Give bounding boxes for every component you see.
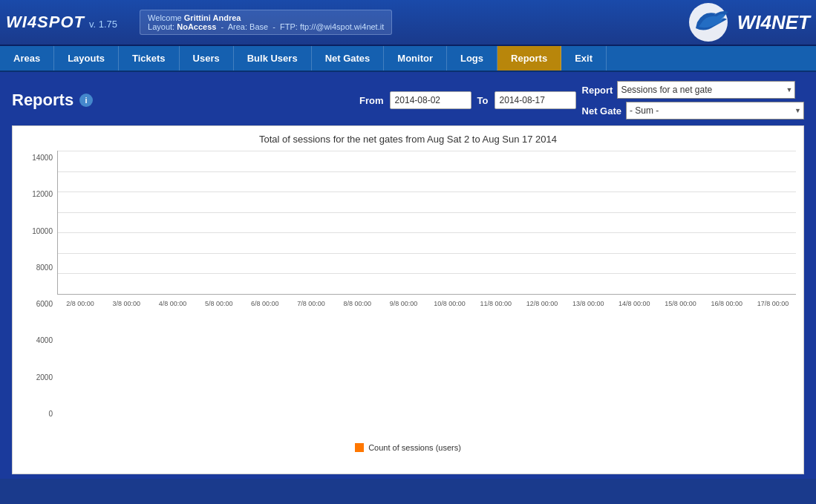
nav-item-areas[interactable]: Areas	[0, 46, 54, 71]
y-label: 14000	[32, 154, 53, 162]
legend-color-box	[355, 443, 364, 452]
report-select-wrapper: Sessions for a net gate	[617, 81, 795, 99]
x-label: 2/8 00:00	[57, 298, 103, 441]
page-title: Reports	[12, 91, 74, 110]
version-label: v. 1.75	[89, 19, 117, 30]
area-value: Base	[249, 22, 268, 31]
app-header: WI4SPOT v. 1.75 Welcome Grittini Andrea …	[0, 0, 816, 46]
nav-item-layouts[interactable]: Layouts	[54, 46, 119, 71]
main-content: Reports i From To Report Sessions for a …	[0, 72, 816, 479]
bars-area	[57, 151, 796, 295]
layout-value: NoAccess	[177, 22, 216, 31]
y-label: 2000	[36, 373, 53, 382]
user-name: Grittini Andrea	[184, 13, 241, 22]
area-label: Area:	[228, 22, 247, 31]
x-label: 5/8 00:00	[196, 298, 242, 441]
ftp-label: FTP:	[280, 22, 298, 31]
report-selectors: Report Sessions for a net gate Net Gate …	[582, 81, 804, 120]
report-type-row: Report Sessions for a net gate	[582, 81, 804, 99]
nav-item-tickets[interactable]: Tickets	[119, 46, 180, 71]
from-date-input[interactable]	[390, 91, 471, 109]
x-label: 8/8 00:00	[334, 298, 380, 441]
netgate-label: Net Gate	[582, 105, 621, 117]
netgate-row: Net Gate - Sum -	[582, 102, 804, 120]
wi4net-brand: WI4NET	[737, 11, 810, 34]
x-label: 15/8 00:00	[657, 298, 703, 441]
reports-toolbar: Reports i From To Report Sessions for a …	[7, 76, 809, 125]
chart-legend: Count of sessions (users)	[20, 443, 796, 452]
netgate-select-wrapper: - Sum -	[626, 102, 804, 120]
x-label: 4/8 00:00	[149, 298, 195, 441]
from-label: From	[359, 95, 384, 106]
layout-label: Layout:	[148, 22, 174, 31]
y-label: 8000	[36, 264, 53, 272]
x-label: 16/8 00:00	[704, 298, 750, 441]
y-label: 6000	[36, 300, 53, 308]
chart-main: 2/8 00:003/8 00:004/8 00:005/8 00:006/8 …	[57, 151, 796, 440]
y-label: 0	[48, 410, 53, 418]
to-date-input[interactable]	[495, 91, 576, 109]
logo-area: WI4SPOT v. 1.75	[6, 13, 117, 32]
report-type-select[interactable]: Sessions for a net gate	[617, 81, 795, 99]
x-label: 17/8 00:00	[750, 298, 796, 441]
y-label: 10000	[32, 227, 53, 235]
x-axis-labels: 2/8 00:003/8 00:004/8 00:005/8 00:006/8 …	[57, 295, 796, 441]
chart-container: Total of sessions for the net gates from…	[12, 125, 804, 474]
x-label: 9/8 00:00	[380, 298, 426, 441]
x-label: 14/8 00:00	[611, 298, 657, 441]
x-label: 6/8 00:00	[242, 298, 288, 441]
nav-item-monitor[interactable]: Monitor	[384, 46, 447, 71]
report-label: Report	[582, 85, 613, 96]
info-icon[interactable]: i	[79, 94, 93, 107]
legend-label: Count of sessions (users)	[368, 443, 461, 452]
netgate-select[interactable]: - Sum -	[626, 102, 804, 120]
y-label: 4000	[36, 336, 53, 344]
to-label: To	[477, 95, 489, 106]
bird-logo	[682, 3, 734, 42]
nav-item-exit[interactable]: Exit	[561, 46, 607, 71]
x-label: 11/8 00:00	[473, 298, 519, 441]
nav-item-bulk-users[interactable]: Bulk Users	[234, 46, 312, 71]
ftp-value: ftp://@wi4spot.wi4net.it	[300, 22, 384, 31]
x-label: 10/8 00:00	[427, 298, 473, 441]
nav-item-reports[interactable]: Reports	[497, 46, 561, 71]
navigation-bar: AreasLayoutsTicketsUsersBulk UsersNet Ga…	[0, 46, 816, 72]
nav-item-net-gates[interactable]: Net Gates	[312, 46, 385, 71]
welcome-label: Welcome	[148, 13, 182, 22]
nav-item-logs[interactable]: Logs	[447, 46, 497, 71]
x-label: 12/8 00:00	[519, 298, 565, 441]
y-label: 12000	[32, 190, 53, 198]
x-label: 13/8 00:00	[565, 298, 611, 441]
logo-text: WI4SPOT	[6, 13, 85, 32]
welcome-box: Welcome Grittini Andrea Layout: NoAccess…	[140, 10, 392, 35]
chart-title: Total of sessions for the net gates from…	[20, 134, 796, 145]
y-axis: 14000120001000080006000400020000	[20, 151, 57, 440]
x-label: 3/8 00:00	[103, 298, 149, 441]
chart-area: 14000120001000080006000400020000 2/8 00:…	[20, 151, 796, 440]
nav-item-users[interactable]: Users	[180, 46, 234, 71]
x-label: 7/8 00:00	[288, 298, 334, 441]
